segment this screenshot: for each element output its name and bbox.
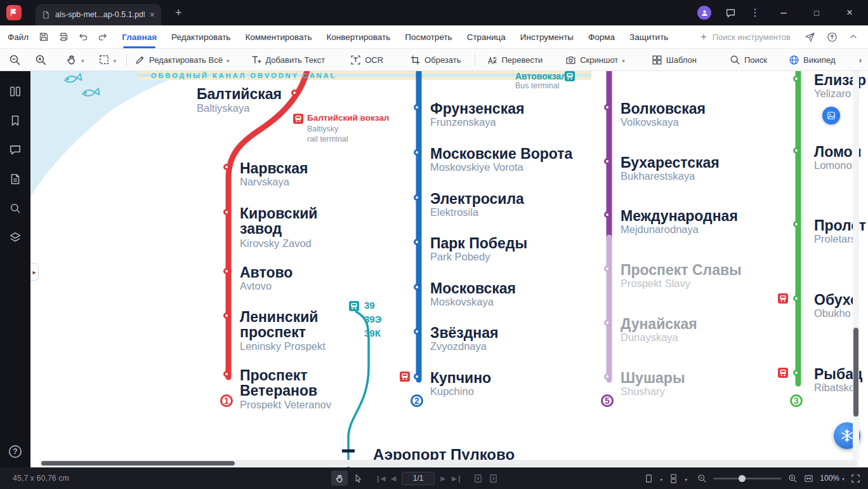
crop-label: Обрезать — [424, 55, 461, 65]
screenshot-caret[interactable] — [622, 55, 625, 65]
fit-width-button[interactable] — [804, 474, 813, 483]
page-layout-button[interactable] — [644, 474, 654, 483]
page-dimensions: 45,7 x 60,76 cm — [13, 474, 69, 483]
station-label: Бухарестская — [621, 155, 720, 170]
tab-edit[interactable]: Редактировать — [171, 32, 230, 42]
bus-route-number: 39 — [364, 300, 375, 311]
bookmarks-panel-icon[interactable] — [9, 114, 22, 127]
search-tool[interactable]: Поиск — [730, 55, 767, 65]
upgrade-icon[interactable] — [827, 32, 838, 43]
station-label-latin: Prospekt Slavy — [621, 278, 690, 290]
station-dot — [223, 371, 230, 377]
share-icon[interactable] — [805, 32, 815, 43]
add-text-tool[interactable]: Добавить Текст — [251, 55, 325, 65]
previous-page-button[interactable] — [391, 474, 396, 483]
help-button[interactable]: ? — [8, 445, 22, 459]
undo-icon[interactable] — [78, 32, 88, 42]
page-number-input[interactable]: 1/1 — [402, 472, 435, 485]
zoom-out-tool[interactable] — [9, 54, 21, 66]
bus-terminal-label-ru: Автовокзал — [515, 71, 567, 81]
left-panel-bar: ? — [0, 71, 30, 467]
tool-search[interactable]: Поиск инструментов — [699, 32, 791, 42]
fullscreen-button[interactable] — [851, 474, 860, 483]
comments-panel-icon[interactable] — [9, 144, 22, 156]
user-avatar[interactable] — [697, 6, 711, 20]
panel-expander-arrow[interactable] — [30, 263, 39, 281]
floating-capture-button[interactable] — [822, 107, 840, 124]
window-maximize-button[interactable] — [807, 7, 826, 18]
select-tool-caret[interactable] — [114, 55, 117, 65]
scroll-mode-button[interactable] — [669, 474, 678, 483]
document-canvas[interactable]: ОБВОДНЫЙ КАНАЛ OBVODNY CANAL Автовокзал … — [30, 71, 868, 467]
print-icon[interactable] — [58, 32, 69, 42]
menu-file[interactable]: Файл — [8, 32, 29, 42]
zoom-in-button[interactable] — [788, 474, 798, 483]
thumbnails-panel-icon[interactable] — [9, 85, 22, 98]
tab-protect[interactable]: Защитить — [629, 32, 668, 42]
app-window: als-spb-met...ap-0.5.1.pdf Файл Главная … — [0, 0, 868, 489]
feedback-icon[interactable] — [725, 8, 736, 18]
layers-panel-icon[interactable] — [9, 231, 22, 244]
tab-convert[interactable]: Конвертировать — [326, 32, 390, 42]
edit-all-caret[interactable] — [227, 55, 230, 65]
previous-view-button[interactable] — [473, 474, 483, 483]
app-logo-icon[interactable] — [6, 5, 22, 20]
redo-icon[interactable] — [98, 32, 108, 42]
window-close-button[interactable] — [840, 6, 859, 19]
tab-tools[interactable]: Инструменты — [520, 32, 574, 42]
screenshot-tool[interactable]: Скриншот — [565, 55, 625, 65]
more-menu-icon[interactable] — [750, 8, 760, 18]
last-page-button[interactable] — [452, 474, 462, 483]
save-icon[interactable] — [39, 32, 49, 42]
template-tool[interactable]: Шаблон — [652, 55, 697, 65]
station-label-latin: Prospekt Veteranov — [240, 399, 331, 411]
station-dot — [604, 319, 610, 326]
scroll-mode-caret[interactable] — [685, 472, 687, 484]
window-minimize-button[interactable] — [774, 6, 793, 19]
crop-tool[interactable]: Обрезать — [410, 55, 461, 65]
wikipedia-tool[interactable]: Википед — [789, 55, 835, 65]
station-label: Электросила — [430, 191, 524, 206]
page-layout-caret[interactable] — [660, 472, 662, 484]
tab-close-icon[interactable] — [150, 10, 155, 20]
translate-tool[interactable]: Перевести — [487, 55, 542, 65]
search-panel-icon[interactable] — [9, 202, 22, 215]
select-tool[interactable] — [98, 54, 117, 65]
next-page-button[interactable] — [440, 474, 445, 483]
bus-icon — [349, 301, 359, 311]
next-view-button[interactable] — [489, 474, 498, 483]
edit-all-tool[interactable]: Редактировать Всё — [135, 55, 229, 65]
toolbar-overflow-chevron[interactable] — [859, 55, 862, 65]
tab-form[interactable]: Форма — [588, 32, 615, 42]
horizontal-scrollbar-track[interactable] — [39, 460, 858, 467]
tab-home[interactable]: Главная — [122, 32, 157, 42]
tab-comment[interactable]: Комментировать — [245, 32, 312, 42]
station-dot — [793, 370, 799, 376]
station-label: Звёздная — [430, 325, 498, 340]
zoom-slider[interactable] — [713, 478, 782, 479]
zoom-out-button[interactable] — [697, 474, 707, 483]
hand-tool-active-button[interactable] — [331, 471, 348, 486]
tab-page[interactable]: Страница — [467, 32, 506, 42]
title-bar: als-spb-met...ap-0.5.1.pdf — [0, 0, 868, 25]
collapse-toolbar-icon[interactable] — [849, 32, 858, 41]
zoom-in-tool[interactable] — [35, 54, 47, 66]
rail-terminal-icon — [293, 114, 303, 124]
tab-view[interactable]: Посмотреть — [405, 32, 452, 42]
first-page-button[interactable] — [375, 474, 385, 483]
station-dot — [793, 221, 799, 227]
wikipedia-label: Википед — [803, 55, 835, 65]
attachments-panel-icon[interactable] — [9, 173, 22, 185]
zoom-percentage[interactable]: 100% — [820, 474, 845, 483]
station-dot — [414, 149, 420, 156]
ocr-tool[interactable]: OCR — [350, 55, 383, 65]
hand-tool[interactable] — [66, 54, 84, 65]
select-cursor-button[interactable] — [353, 474, 363, 483]
vertical-scrollbar-thumb[interactable] — [853, 328, 858, 417]
document-tab[interactable]: als-spb-met...ap-0.5.1.pdf — [36, 4, 161, 25]
zoom-slider-thumb[interactable] — [739, 475, 746, 482]
hand-tool-caret[interactable] — [81, 55, 84, 65]
bus-route-number: 39Э — [364, 314, 381, 325]
new-tab-button[interactable] — [175, 6, 182, 20]
horizontal-scrollbar-thumb[interactable] — [41, 461, 235, 466]
